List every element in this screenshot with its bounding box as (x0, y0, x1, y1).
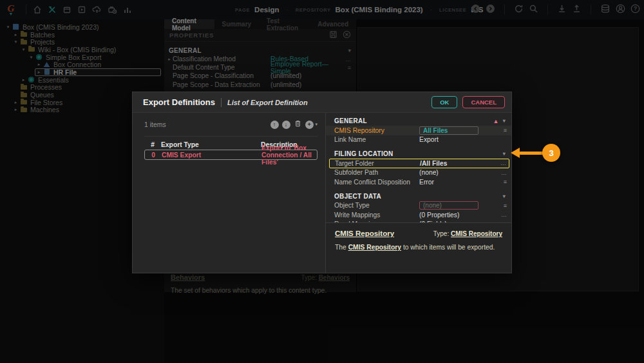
row-link-name[interactable]: Link Name Export (326, 135, 511, 145)
dialog-title: Export Definitions (143, 97, 215, 107)
cmis-repository-value[interactable]: All Files (419, 126, 478, 135)
section-general[interactable]: GENERAL ▲ ▾ (326, 116, 511, 126)
row-subfolder-path[interactable]: Subfolder Path (none) … (326, 168, 511, 178)
export-properties-pane: GENERAL ▲ ▾ CMIS Repository All Files ≡ … (325, 113, 511, 273)
add-icon[interactable]: + (305, 121, 314, 129)
target-folder-value[interactable]: /All Files (420, 160, 497, 167)
row-target-folder[interactable]: Target Folder /All Files … (329, 159, 509, 168)
delete-icon[interactable] (294, 119, 302, 130)
chevron-down-icon: ▾ (503, 118, 506, 124)
move-down-icon[interactable]: ↓ (282, 121, 290, 129)
ellipsis-button[interactable]: … (497, 170, 507, 176)
row-name-conflict-disposition[interactable]: Name Conflict Disposition Error ≡ (326, 177, 511, 187)
col-export-type: Export Type (161, 141, 261, 148)
export-list-pane: 1 items ↑ ↓ + ▾ # Export Type Descriptio… (133, 113, 325, 273)
table-row-cmis-export[interactable]: 0 CMIS Export Export to 'Box Connection … (144, 150, 317, 160)
cancel-button[interactable]: CANCEL (462, 96, 505, 108)
help-title: CMIS Repository (335, 230, 394, 237)
section-object-data[interactable]: OBJECT DATA ▾ (326, 191, 511, 201)
row-write-mappings[interactable]: Write Mappings (0 Properties) … (326, 210, 511, 220)
menu-button[interactable]: ≡ (497, 202, 507, 209)
name-conflict-value[interactable]: Error (419, 179, 497, 186)
cmis-repository-link[interactable]: CMIS Repository (348, 244, 401, 251)
chevron-down-icon: ▾ (503, 151, 506, 157)
export-definitions-dialog: Export Definitions List of Export Defini… (132, 92, 512, 273)
chevron-down-icon: ▾ (503, 193, 506, 199)
type-link[interactable]: CMIS Repository (451, 230, 502, 237)
col-num: # (144, 141, 161, 148)
row-object-type[interactable]: Object Type (none) ≡ (326, 201, 511, 211)
object-type-value[interactable]: (none) (419, 201, 478, 210)
dialog-subtitle: List of Export Definition (227, 99, 308, 106)
write-mappings-value[interactable]: (0 Properties) (419, 211, 497, 219)
property-help-footer: CMIS Repository Type: CMIS Repository Th… (326, 222, 511, 273)
link-name-value[interactable]: Export (419, 136, 497, 143)
ellipsis-button[interactable]: … (497, 160, 506, 166)
ellipsis-button[interactable]: … (497, 211, 507, 218)
menu-button[interactable]: ≡ (497, 179, 507, 185)
row-cmis-repository[interactable]: CMIS Repository All Files ≡ (326, 126, 511, 135)
warning-icon: ▲ (493, 118, 498, 124)
arrow-left-icon (511, 148, 520, 158)
menu-button[interactable]: ≡ (497, 127, 507, 133)
items-count: 1 items (144, 121, 166, 128)
section-filing-location[interactable]: FILING LOCATION ▾ (326, 149, 511, 159)
add-dropdown-icon[interactable]: ▾ (316, 122, 318, 127)
help-description: The CMIS Repository to which items will … (335, 244, 502, 251)
subfolder-path-value[interactable]: (none) (419, 169, 497, 176)
ok-button[interactable]: OK (431, 96, 457, 108)
step-badge: 3 (542, 144, 560, 162)
move-up-icon[interactable]: ↑ (270, 121, 279, 129)
export-table: # Export Type Description 0 CMIS Export … (144, 136, 317, 160)
